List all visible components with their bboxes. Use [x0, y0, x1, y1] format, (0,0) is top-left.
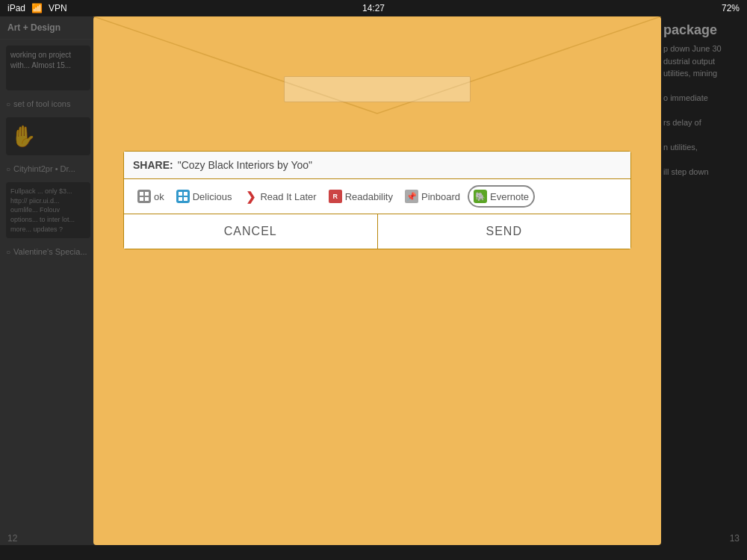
delicious-icon	[176, 190, 190, 203]
envelope-address-area	[284, 76, 471, 102]
time-display: 14:27	[362, 3, 385, 13]
svg-rect-10	[184, 197, 187, 201]
service-evernote[interactable]: 🐘 Evernote	[468, 185, 535, 208]
status-bar: iPad 📶 VPN 14:27 72%	[0, 0, 747, 16]
share-label: SHARE:	[133, 159, 173, 171]
pinboard-icon: 📌	[405, 190, 418, 203]
service-read-later[interactable]: ❯ Read It Later	[239, 187, 320, 206]
service-pinboard[interactable]: 📌 Pinboard	[400, 187, 465, 206]
svg-rect-9	[179, 197, 182, 201]
svg-rect-3	[140, 192, 143, 196]
wifi-icon: 📶	[31, 3, 43, 13]
pinboard-label: Pinboard	[421, 191, 460, 202]
battery-label: 72%	[722, 3, 740, 13]
service-readability[interactable]: R Readability	[324, 187, 397, 206]
read-later-label: Read It Later	[260, 191, 316, 202]
evernote-icon: 🐘	[474, 190, 487, 203]
cancel-button[interactable]: CANCEL	[124, 214, 378, 249]
share-dialog: SHARE: "Cozy Black Interiors by Yoo" ok …	[123, 151, 631, 249]
service-delicious[interactable]: Delicious	[172, 187, 237, 206]
device-label: iPad	[7, 3, 25, 13]
evernote-label: Evernote	[490, 191, 529, 202]
svg-rect-7	[179, 192, 182, 196]
svg-rect-4	[145, 192, 149, 196]
status-right: 72%	[722, 3, 740, 13]
service-ok[interactable]: ok	[133, 187, 169, 206]
envelope: SHARE: "Cozy Black Interiors by Yoo" ok …	[93, 16, 661, 545]
readability-label: Readability	[345, 191, 393, 202]
share-services: ok Delicious ❯ Read It Later R Readabili…	[124, 179, 630, 214]
read-later-icon: ❯	[244, 190, 257, 203]
vpn-label: VPN	[49, 3, 67, 13]
bottom-bar	[0, 545, 747, 560]
delicious-label: Delicious	[193, 191, 232, 202]
share-buttons: CANCEL SEND	[124, 214, 630, 249]
share-header: SHARE: "Cozy Black Interiors by Yoo"	[124, 152, 630, 179]
ok-label: ok	[154, 191, 164, 202]
readability-icon: R	[329, 190, 342, 203]
svg-rect-6	[145, 197, 149, 201]
send-button[interactable]: SEND	[378, 214, 631, 249]
svg-rect-5	[140, 197, 143, 201]
svg-rect-8	[184, 192, 187, 196]
envelope-flap-svg	[93, 16, 661, 121]
status-left: iPad 📶 VPN	[7, 3, 67, 13]
share-title: "Cozy Black Interiors by Yoo"	[178, 159, 312, 171]
ok-icon	[137, 190, 151, 203]
